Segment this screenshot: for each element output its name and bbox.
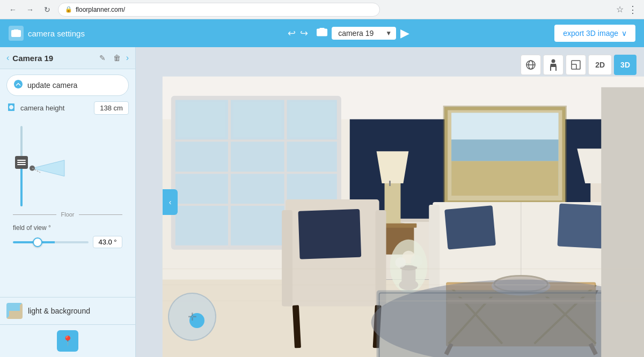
- collapse-panel-button[interactable]: ‹: [163, 189, 178, 215]
- camera-height-value[interactable]: 138 cm: [94, 101, 129, 115]
- camera-next-arrow[interactable]: ›: [126, 53, 129, 63]
- svg-point-75: [395, 257, 406, 268]
- redo-button[interactable]: ↪: [300, 27, 308, 39]
- fov-value[interactable]: 43.0 °: [93, 236, 122, 248]
- svg-rect-23: [290, 102, 335, 137]
- 3d-label: 3D: [620, 61, 630, 69]
- globe-view-button[interactable]: [521, 55, 541, 75]
- collapse-icon: ‹: [169, 198, 172, 206]
- main-content: ‹ Camera 19 ✎ 🗑 › update camera: [0, 47, 644, 357]
- app-container: camera settings ↩ ↪ camera 19 camera 18 …: [0, 19, 644, 357]
- svg-rect-2: [17, 164, 26, 165]
- camera-edit-icon[interactable]: ✎: [97, 53, 108, 63]
- svg-rect-7: [9, 311, 20, 316]
- location-pin-icon: 📍: [62, 335, 74, 347]
- svg-rect-1: [17, 162, 26, 163]
- undo-button[interactable]: ↩: [288, 27, 296, 39]
- joystick-outer[interactable]: ✛: [168, 293, 216, 341]
- back-button[interactable]: ←: [6, 3, 19, 16]
- pan-icon: ✛: [188, 310, 197, 323]
- view-3d-button[interactable]: 3D: [614, 55, 636, 75]
- vertical-slider-fill: [20, 162, 23, 207]
- light-background-label: light & background: [28, 307, 90, 315]
- view-toolbar: 2D 3D: [521, 55, 636, 75]
- camera-dropdown-wrapper: camera 19 camera 18 camera 17 ▼: [332, 27, 396, 40]
- fov-slider[interactable]: [13, 241, 89, 243]
- fov-label: field of view °: [13, 224, 122, 232]
- play-button[interactable]: ▶: [400, 26, 409, 40]
- lock-icon: 🔒: [65, 6, 72, 13]
- camera-nav-title: Camera 19: [12, 54, 93, 63]
- camera-height-row: camera height 138 cm: [0, 99, 135, 119]
- floor-line-left: [13, 214, 56, 215]
- camera-nav: ‹ Camera 19 ✎ 🗑 ›: [0, 47, 135, 69]
- refresh-button[interactable]: ↻: [41, 3, 54, 16]
- bookmark-icon[interactable]: ☆: [616, 4, 624, 14]
- url-text: floorplanner.com/: [76, 6, 125, 13]
- browser-menu-icon[interactable]: ⋮: [628, 4, 638, 16]
- light-background-icon: [6, 303, 23, 319]
- top-toolbar: camera settings ↩ ↪ camera 19 camera 18 …: [0, 19, 644, 47]
- camera-selector-icon: [317, 28, 327, 39]
- svg-marker-3: [32, 160, 64, 176]
- camera-height-label: camera height: [20, 104, 90, 112]
- camera-dropdown[interactable]: camera 19 camera 18 camera 17: [332, 27, 396, 40]
- svg-rect-6: [9, 306, 20, 311]
- camera-selector-group: camera 19 camera 18 camera 17 ▼ ▶: [317, 26, 409, 40]
- camera-angle-indicator: [27, 158, 70, 187]
- floor-label: Floor: [61, 211, 74, 218]
- svg-rect-26: [451, 161, 558, 196]
- svg-rect-21: [178, 102, 226, 137]
- vertical-slider-container: [6, 123, 129, 209]
- svg-rect-0: [17, 160, 26, 161]
- location-pin-row: 📍: [0, 324, 135, 357]
- svg-point-87: [552, 59, 555, 63]
- toolbar-title: camera settings: [28, 29, 85, 38]
- fov-section: field of view ° 43.0 °: [6, 220, 129, 252]
- forward-button[interactable]: →: [24, 3, 36, 16]
- address-bar[interactable]: 🔒 floorplanner.com/: [58, 3, 380, 17]
- export-3d-button[interactable]: export 3D image ∨: [554, 25, 635, 42]
- view-2d-button[interactable]: 2D: [588, 55, 612, 75]
- room-3d-view[interactable]: 2D 3D ✛: [136, 47, 644, 357]
- toolbar-center: ↩ ↪ camera 19 camera 18 camera 17 ▼: [149, 26, 548, 40]
- svg-rect-28: [451, 139, 558, 161]
- camera-prev-arrow[interactable]: ‹: [6, 53, 9, 63]
- undo-redo-group: ↩ ↪: [288, 27, 308, 39]
- svg-rect-27: [451, 113, 558, 140]
- view-area: + − ⊕ ✎ ‹: [136, 47, 644, 357]
- camera-delete-icon[interactable]: 🗑: [111, 53, 123, 63]
- svg-rect-72: [401, 269, 415, 286]
- vertical-slider-track: [20, 126, 23, 206]
- svg-rect-65: [282, 210, 292, 306]
- vertical-slider-thumb[interactable]: [15, 156, 28, 169]
- slider-area: Floor field of view ° 43.0 °: [0, 119, 135, 297]
- camera-height-icon: [6, 102, 16, 114]
- navigation-joystick[interactable]: ✛: [168, 293, 216, 341]
- svg-point-76: [411, 255, 422, 267]
- floor-line-right: [79, 214, 122, 215]
- svg-rect-46: [429, 205, 440, 290]
- svg-marker-80: [601, 87, 644, 357]
- fov-slider-row: 43.0 °: [13, 236, 122, 248]
- svg-rect-31: [385, 181, 401, 229]
- export-label: export 3D image: [563, 29, 618, 38]
- location-pin-button[interactable]: 📍: [57, 330, 78, 352]
- floor-indicator: Floor: [6, 209, 129, 220]
- export-arrow-icon: ∨: [621, 29, 627, 38]
- toolbar-camera-icon: [9, 26, 24, 41]
- person-view-button[interactable]: [543, 55, 564, 75]
- 2d-label: 2D: [595, 61, 605, 69]
- toolbar-left: camera settings: [9, 26, 143, 41]
- left-panel: ‹ Camera 19 ✎ 🗑 › update camera: [0, 47, 136, 357]
- svg-rect-88: [572, 61, 580, 69]
- svg-rect-67: [298, 209, 362, 259]
- svg-marker-32: [377, 151, 409, 183]
- update-camera-button[interactable]: update camera: [6, 75, 129, 96]
- toolbar-right: export 3D image ∨: [554, 25, 635, 42]
- update-camera-label: update camera: [27, 81, 77, 90]
- update-camera-icon: [13, 79, 23, 91]
- light-background-row[interactable]: light & background: [0, 297, 135, 324]
- svg-rect-48: [444, 205, 496, 249]
- floor-plan-button[interactable]: [566, 55, 586, 75]
